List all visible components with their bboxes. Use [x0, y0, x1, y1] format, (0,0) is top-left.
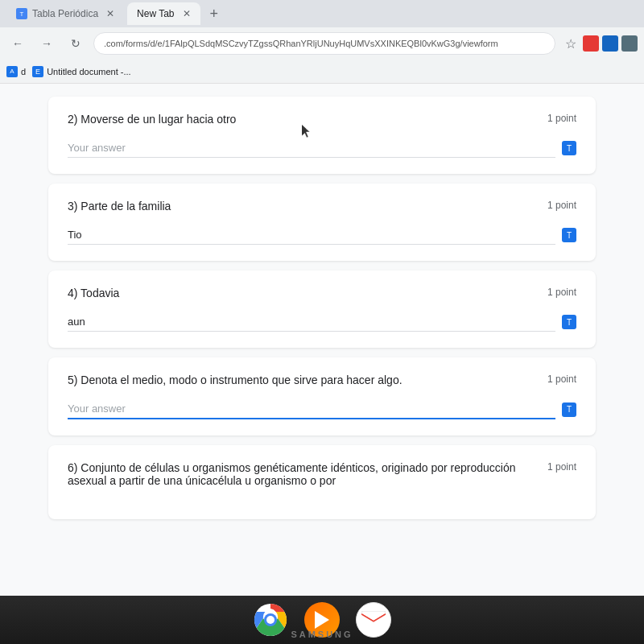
cursor-icon-4: T	[562, 315, 576, 329]
address-bar-row: ← → ↻ .com/forms/d/e/1FAlpQLSdqMSCzvyTZg…	[0, 27, 644, 60]
tab-new-tab[interactable]: New Tab ✕	[127, 2, 200, 25]
bookmark-item-doc[interactable]: E Untitled document -...	[32, 66, 131, 77]
chrome-dock-icon[interactable]	[253, 602, 288, 638]
forward-button[interactable]: →	[35, 32, 58, 55]
question-points-6: 1 point	[547, 461, 576, 473]
cursor-icon-2: T	[562, 141, 576, 155]
question-card-2: 2) Moverse de un lugar hacia otro 1 poin…	[48, 97, 596, 174]
address-text: .com/forms/d/e/1FAlpQLSdqMSCzvyTZgssQRha…	[104, 39, 498, 48]
bookmark-icon[interactable]: ☆	[565, 36, 576, 52]
svg-point-2	[266, 616, 275, 624]
cursor-icon-5: T	[562, 402, 576, 417]
gmail-dock-icon[interactable]	[356, 602, 391, 638]
tab-tabla-periodica[interactable]: T Tabla Periódica ✕	[6, 2, 124, 25]
question-header-3: 3) Parte de la familia 1 point	[68, 200, 576, 213]
question-text-2: 2) Moverse de un lugar hacia otro	[68, 113, 535, 126]
tab-label-1: Tabla Periódica	[32, 8, 98, 19]
answer-container-4: T	[68, 312, 576, 332]
bookmark-label-d: d	[21, 67, 26, 76]
question-points-2: 1 point	[547, 113, 576, 124]
question-text-6: 6) Conjunto de células u organismos gené…	[68, 461, 535, 487]
address-bar[interactable]: .com/forms/d/e/1FAlpQLSdqMSCzvyTZgssQRha…	[93, 32, 555, 55]
tab-close-1[interactable]: ✕	[106, 8, 114, 19]
question-card-4: 4) Todavia 1 point T	[48, 270, 596, 348]
page-content: 2) Moverse de un lugar hacia otro 1 poin…	[0, 84, 644, 596]
bookmark-item-d[interactable]: A d	[6, 66, 26, 77]
question-card-5: 5) Denota el medio, modo o instrumento q…	[48, 357, 596, 436]
tab-close-2[interactable]: ✕	[183, 8, 191, 19]
answer-container-5: T	[68, 399, 576, 419]
question-points-3: 1 point	[547, 200, 576, 211]
question-header-5: 5) Denota el medio, modo o instrumento q…	[68, 374, 576, 386]
question-text-5: 5) Denota el medio, modo o instrumento q…	[68, 374, 535, 386]
browser-chrome: T Tabla Periódica ✕ New Tab ✕ + ← → ↻ .c…	[0, 0, 644, 84]
bookmarks-bar: A d E Untitled document -...	[0, 60, 644, 84]
answer-input-5[interactable]	[68, 399, 555, 419]
samsung-label: SAMSUNG	[291, 630, 353, 639]
question-card-3: 3) Parte de la familia 1 point T	[48, 184, 596, 261]
refresh-button[interactable]: ↻	[64, 32, 87, 55]
question-card-6: 6) Conjunto de células u organismos gené…	[48, 445, 596, 519]
answer-container-3: T	[68, 225, 576, 245]
question-header-6: 6) Conjunto de células u organismos gené…	[68, 461, 576, 487]
browser-action-red	[583, 35, 599, 52]
answer-container-2: T	[68, 138, 576, 158]
question-points-5: 1 point	[547, 374, 576, 385]
tab-label-2: New Tab	[137, 8, 174, 19]
bookmark-label-doc: Untitled document -...	[47, 67, 131, 76]
new-tab-button[interactable]: +	[204, 6, 225, 23]
back-button[interactable]: ←	[6, 32, 29, 55]
answer-input-4[interactable]	[68, 312, 555, 332]
answer-input-2[interactable]	[68, 138, 555, 158]
bookmark-favicon-doc: E	[32, 66, 43, 77]
browser-action-gray	[621, 35, 638, 52]
svg-marker-3	[315, 611, 329, 629]
question-text-3: 3) Parte de la familia	[68, 200, 535, 213]
tab-favicon-1: T	[16, 8, 27, 19]
question-header-2: 2) Moverse de un lugar hacia otro 1 poin…	[68, 113, 576, 126]
question-points-4: 1 point	[547, 287, 576, 298]
tab-bar: T Tabla Periódica ✕ New Tab ✕ +	[0, 0, 644, 27]
question-header-4: 4) Todavia 1 point	[68, 287, 576, 299]
cursor-icon-3: T	[562, 228, 576, 242]
browser-actions	[583, 35, 638, 52]
answer-input-3[interactable]	[68, 225, 555, 245]
browser-action-blue	[602, 35, 618, 52]
bookmark-favicon-d: A	[6, 66, 18, 77]
question-text-4: 4) Todavia	[68, 287, 535, 299]
